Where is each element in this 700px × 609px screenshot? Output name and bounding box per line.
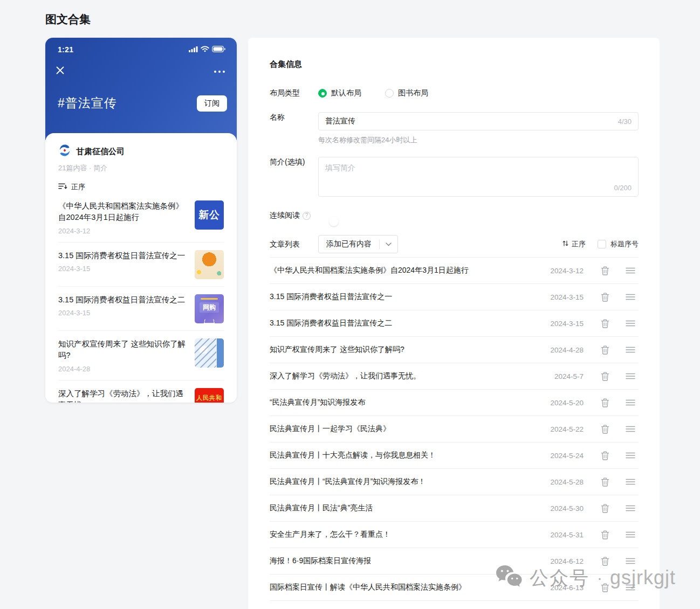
preview-sort-control[interactable]: 正序	[58, 182, 224, 192]
preview-article-item[interactable]: 3.15 国际消费者权益日普法宣传之一 2024-3-15	[58, 243, 224, 287]
name-label: 名称	[270, 112, 318, 122]
article-list-label: 文章列表	[270, 239, 318, 250]
article-thumbnail: 新公	[195, 200, 224, 230]
chevron-down-icon[interactable]	[380, 243, 397, 246]
collection-header: 1:21 #普法宣传 订阅	[45, 38, 237, 140]
delete-icon[interactable]	[601, 557, 609, 566]
layout-type-radio-group: 默认布局 图书布局	[318, 88, 639, 98]
title-numbering-checkbox[interactable]: 标题序号	[598, 239, 639, 249]
more-icon[interactable]	[214, 71, 225, 73]
row-title: 国际档案日宣传丨解读《中华人民共和国档案法实施条例》	[270, 583, 540, 592]
thumbnail-text: 新公	[198, 208, 220, 222]
collection-body: 甘肃征信公司 21篇内容 · 简介 正序 《中华人民共和国档案法实施条例》自20…	[45, 133, 237, 403]
radio-book-layout[interactable]: 图书布局	[385, 88, 428, 98]
article-row: “民法典宣传月”知识海报发布 2024-5-20	[270, 390, 639, 416]
drag-handle-icon[interactable]	[626, 452, 635, 459]
drag-handle-icon[interactable]	[626, 320, 635, 327]
preview-article-item[interactable]: 知识产权宣传周来了 这些知识你了解吗? 2024-4-28	[58, 331, 224, 380]
list-sort-control[interactable]: 正序	[562, 239, 586, 249]
article-row: 民法典宣传月丨“民法典宣传月”知识海报发布！ 2024-5-28	[270, 469, 639, 495]
preview-article-item[interactable]: 3.15 国际消费者权益日普法宣传之二 2024-3-15 网购	[58, 287, 224, 331]
row-date: 2024-5-22	[540, 425, 584, 433]
drag-handle-icon[interactable]	[626, 399, 635, 406]
delete-icon[interactable]	[601, 372, 609, 381]
drag-handle-icon[interactable]	[626, 505, 635, 511]
drag-handle-icon[interactable]	[626, 347, 635, 353]
help-icon[interactable]: ?	[303, 212, 311, 220]
article-title: 3.15 国际消费者权益日普法宣传之一	[58, 250, 188, 261]
phone-preview: 1:21 #普法宣传 订阅 甘肃征信公司 21篇内容 · 简介 正序	[45, 38, 237, 403]
drag-handle-icon[interactable]	[626, 267, 635, 274]
row-title: 知识产权宣传周来了 这些知识你了解吗?	[270, 345, 540, 355]
row-date: 2024-5-30	[540, 504, 584, 513]
name-helper-text: 每次名称修改需间隔24小时以上	[318, 135, 639, 145]
drag-handle-icon[interactable]	[626, 558, 635, 564]
delete-icon[interactable]	[601, 477, 609, 487]
title-numbering-label: 标题序号	[610, 239, 639, 249]
panel-heading: 合集信息	[270, 59, 639, 70]
radio-label: 图书布局	[398, 88, 428, 98]
delete-icon[interactable]	[601, 293, 609, 302]
row-title: “民法典宣传月”知识海报发布	[270, 398, 540, 407]
intro-textarea[interactable]: 填写简介 0/200	[318, 157, 639, 197]
name-input[interactable]: 普法宣传 4/30	[318, 112, 639, 130]
delete-icon[interactable]	[601, 319, 609, 328]
continuous-reading-label: 连续阅读	[270, 211, 300, 220]
article-row: 深入了解学习《劳动法》，让我们遇事无忧。 2024-5-7	[270, 363, 639, 390]
add-content-button[interactable]: 添加已有内容	[318, 235, 398, 253]
delete-icon[interactable]	[601, 266, 609, 275]
article-date: 2024-3-12	[58, 227, 188, 235]
article-title: 3.15 国际消费者权益日普法宣传之二	[58, 294, 188, 306]
delete-icon[interactable]	[601, 345, 609, 355]
article-title: 《中华人民共和国档案法实施条例》自2024年3月1日起施行	[58, 200, 188, 224]
drag-handle-icon[interactable]	[626, 584, 635, 591]
account-logo-icon	[58, 144, 71, 159]
subscribe-button[interactable]: 订阅	[197, 95, 227, 112]
delete-icon[interactable]	[601, 583, 609, 592]
close-icon[interactable]	[56, 66, 64, 77]
drag-handle-icon[interactable]	[626, 373, 635, 379]
drag-handle-icon[interactable]	[626, 531, 635, 538]
row-title: 民法典宣传月丨一起学习《民法典》	[270, 424, 540, 434]
article-thumbnail: 网购	[195, 294, 224, 323]
row-title: 民法典宣传月丨民法“典”亮生活	[270, 503, 540, 513]
delete-icon[interactable]	[601, 530, 609, 539]
delete-icon[interactable]	[601, 504, 609, 513]
preview-article-item[interactable]: 《中华人民共和国档案法实施条例》自2024年3月1日起施行 2024-3-12 …	[58, 193, 224, 243]
battery-icon	[212, 45, 225, 54]
radio-default-layout[interactable]: 默认布局	[318, 88, 361, 98]
article-row: 国际档案日宣传丨解读《中华人民共和国档案法实施条例》 2024-6-13	[270, 575, 639, 601]
row-date: 2024-5-24	[540, 452, 584, 460]
row-title: 民法典宣传月丨“民法典宣传月”知识海报发布！	[270, 477, 540, 487]
sort-updown-icon	[562, 240, 569, 248]
radio-unselected-icon	[385, 89, 394, 98]
status-bar: 1:21	[45, 38, 237, 54]
drag-handle-icon[interactable]	[626, 294, 635, 300]
drag-handle-icon[interactable]	[626, 426, 635, 432]
article-row: 民法典宣传月丨民法“典”亮生活 2024-5-30	[270, 495, 639, 522]
row-date: 2024-3-12	[540, 267, 584, 275]
radio-selected-icon	[318, 89, 327, 98]
drag-handle-icon[interactable]	[626, 479, 635, 485]
delete-icon[interactable]	[601, 425, 609, 434]
article-row: 3.15 国际消费者权益日普法宣传之二 2024-3-15	[270, 310, 639, 337]
intro-placeholder: 填写简介	[325, 163, 355, 172]
delete-icon[interactable]	[601, 451, 609, 460]
article-row: 3.15 国际消费者权益日普法宣传之一 2024-3-15	[270, 284, 639, 310]
article-thumbnail	[195, 250, 224, 279]
list-sort-label: 正序	[572, 239, 586, 249]
row-title: 海报！6·9国际档案日宣传海报	[270, 556, 540, 566]
wifi-icon	[201, 45, 209, 54]
article-row: 海报！6·9国际档案日宣传海报 2024-6-12	[270, 548, 639, 575]
row-date: 2024-5-20	[540, 399, 584, 407]
article-title: 深入了解学习《劳动法》，让我们遇事无忧。	[58, 388, 188, 403]
article-thumbnail	[195, 338, 224, 368]
article-date: 2024-4-28	[58, 365, 188, 373]
name-counter: 4/30	[618, 117, 632, 126]
preview-article-list: 《中华人民共和国档案法实施条例》自2024年3月1日起施行 2024-3-12 …	[58, 193, 224, 403]
preview-article-item[interactable]: 深入了解学习《劳动法》，让我们遇事无忧。 2024-5-7 人民共和 劳 动 法	[58, 380, 224, 403]
checkbox-icon[interactable]	[598, 240, 606, 248]
row-date: 2024-4-28	[540, 346, 584, 354]
row-date: 2024-6-12	[540, 557, 584, 565]
delete-icon[interactable]	[601, 398, 609, 407]
